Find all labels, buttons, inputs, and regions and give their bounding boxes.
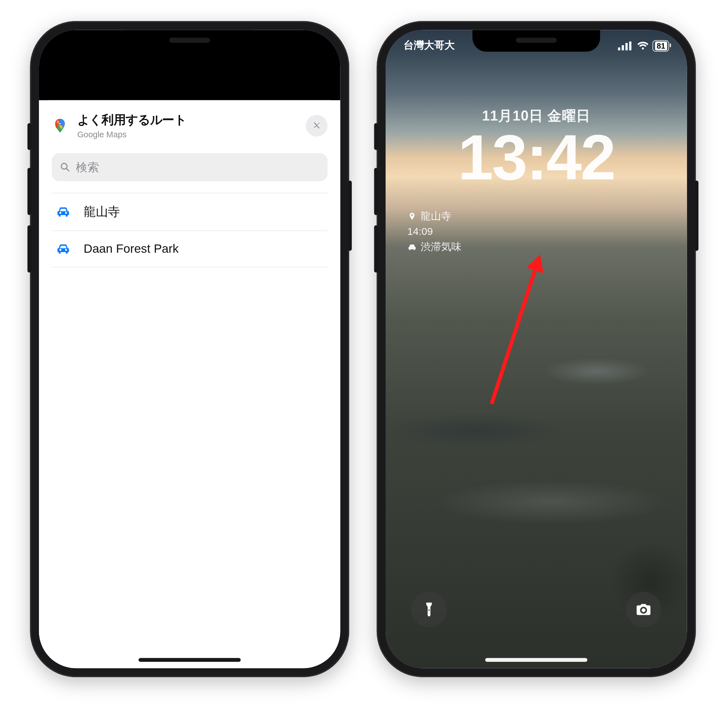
lock-time: 13:42 [385, 121, 687, 194]
home-indicator[interactable] [485, 658, 587, 662]
svg-rect-6 [626, 43, 628, 50]
flashlight-button[interactable] [411, 592, 447, 627]
pin-icon [407, 211, 417, 221]
wifi-icon [637, 41, 648, 50]
google-maps-icon [52, 117, 68, 134]
svg-point-1 [59, 122, 61, 124]
route-row[interactable]: 龍山寺 [52, 193, 328, 231]
route-row[interactable]: Daan Forest Park [52, 231, 328, 267]
home-indicator[interactable] [139, 658, 241, 662]
search-placeholder: 検索 [76, 159, 99, 175]
camera-icon [635, 601, 652, 618]
widget-traffic: 渋滞気味 [421, 239, 462, 255]
phone-mockup-right: 台灣大哥大 81 11月10日 金曜日 13:42 龍山寺 14:09 渋滞気味 [377, 21, 696, 677]
battery-indicator: 81 [652, 40, 669, 51]
svg-rect-5 [622, 45, 624, 50]
car-icon [55, 204, 71, 220]
search-input[interactable]: 検索 [52, 153, 328, 181]
cellular-icon [618, 41, 633, 50]
svg-rect-7 [629, 41, 632, 50]
route-label: Daan Forest Park [84, 242, 179, 256]
sheet-title: よく利用するルート [77, 112, 186, 128]
close-button[interactable] [306, 115, 327, 136]
svg-point-2 [61, 164, 67, 169]
close-icon [312, 121, 322, 130]
phone-mockup-left: よく利用するルート Google Maps 検索 [30, 21, 349, 677]
car-icon [407, 242, 417, 252]
notch [126, 30, 253, 52]
widget-picker-sheet: よく利用するルート Google Maps 検索 [39, 100, 340, 668]
search-icon [59, 161, 71, 173]
maps-lockscreen-widget[interactable]: 龍山寺 14:09 渋滞気味 [407, 209, 462, 255]
sheet-subtitle: Google Maps [77, 130, 186, 139]
flashlight-icon [421, 601, 437, 618]
carrier-label: 台灣大哥大 [403, 39, 455, 52]
camera-button[interactable] [626, 592, 662, 627]
route-label: 龍山寺 [84, 204, 120, 220]
car-icon [55, 241, 71, 257]
widget-place: 龍山寺 [421, 209, 451, 224]
svg-rect-4 [618, 47, 620, 50]
svg-line-3 [66, 168, 69, 171]
widget-eta: 14:09 [407, 224, 433, 239]
